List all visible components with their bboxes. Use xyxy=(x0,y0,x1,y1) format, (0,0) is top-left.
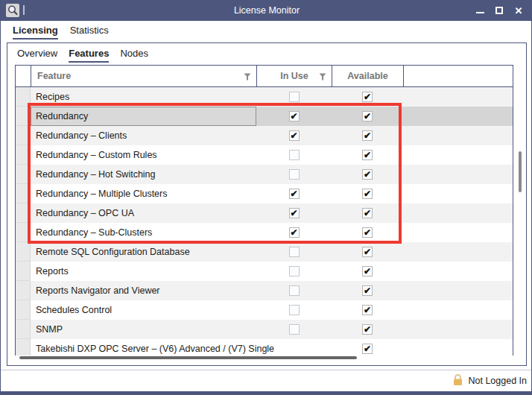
row-header-cell[interactable] xyxy=(16,203,31,223)
tab-nodes[interactable]: Nodes xyxy=(120,48,148,63)
available-checkbox[interactable]: ✔ xyxy=(362,247,373,257)
table-row[interactable]: Redundancy – Hot Switching✔ xyxy=(16,165,513,184)
table-row[interactable]: Recipes✔ xyxy=(16,87,513,107)
available-checkbox[interactable]: ✔ xyxy=(362,266,373,276)
tab-features[interactable]: Features xyxy=(69,48,109,63)
title-bar[interactable]: License Monitor ✕ xyxy=(1,0,532,21)
available-column-header[interactable]: Available xyxy=(332,66,404,86)
table-header: Feature In Use Available xyxy=(15,65,513,87)
available-checkbox[interactable]: ✔ xyxy=(362,150,373,160)
available-checkbox[interactable]: ✔ xyxy=(362,169,373,180)
table-row[interactable]: Takebishi DXP OPC Server – (V6) Advanced… xyxy=(16,339,513,356)
row-header-cell[interactable] xyxy=(16,300,31,320)
licensing-panel: Overview Features Nodes Feature In Use xyxy=(7,42,527,366)
row-header-cell[interactable] xyxy=(16,339,31,356)
feature-cell[interactable]: Redundancy – Custom Rules xyxy=(31,145,256,165)
in-use-checkbox[interactable] xyxy=(289,324,300,335)
available-checkbox[interactable]: ✔ xyxy=(362,344,373,354)
features-table: Feature In Use Available Recipes✔Redunda… xyxy=(15,65,514,360)
tab-licensing[interactable]: Licensing xyxy=(13,25,58,40)
table-row[interactable]: Redundancy – Custom Rules✔ xyxy=(16,145,513,165)
available-checkbox[interactable]: ✔ xyxy=(362,324,373,335)
row-header-cell[interactable] xyxy=(16,126,31,145)
in-use-checkbox[interactable]: ✔ xyxy=(289,111,300,121)
feature-column-label: Feature xyxy=(37,71,71,81)
row-filler xyxy=(403,281,513,300)
row-header-cell[interactable] xyxy=(16,320,31,339)
row-filler xyxy=(403,126,513,145)
available-checkbox[interactable]: ✔ xyxy=(362,111,373,121)
in-use-column-header[interactable]: In Use xyxy=(257,66,332,86)
row-header-cell[interactable] xyxy=(16,145,31,165)
vertical-scrollbar-thumb[interactable] xyxy=(519,151,522,192)
in-use-checkbox[interactable] xyxy=(289,305,300,315)
tab-overview[interactable]: Overview xyxy=(17,48,57,63)
row-header-cell[interactable] xyxy=(16,107,31,126)
table-row[interactable]: Redundancy – Clients✔✔ xyxy=(16,126,513,145)
in-use-checkbox[interactable] xyxy=(289,266,300,276)
in-use-checkbox[interactable] xyxy=(289,150,300,160)
feature-cell[interactable]: Redundancy – Clients xyxy=(31,126,256,145)
status-bar: Not Logged In xyxy=(1,370,532,391)
empty-column-header xyxy=(404,66,513,86)
in-use-checkbox[interactable]: ✔ xyxy=(289,130,300,141)
table-row[interactable]: Reports Navigator and Viewer✔ xyxy=(16,281,513,300)
close-icon: ✕ xyxy=(515,6,523,16)
table-row[interactable]: SNMP✔ xyxy=(16,320,513,339)
maximize-button[interactable] xyxy=(490,0,509,21)
row-header-cell[interactable] xyxy=(16,87,31,107)
close-button[interactable]: ✕ xyxy=(509,0,528,21)
filter-funnel-icon[interactable] xyxy=(244,72,251,83)
main-tab-bar: Licensing Statistics xyxy=(13,25,109,40)
tab-statistics[interactable]: Statistics xyxy=(70,25,109,40)
feature-cell[interactable]: Takebishi DXP OPC Server – (V6) Advanced… xyxy=(31,339,256,356)
feature-cell[interactable]: Recipes xyxy=(31,87,256,107)
table-row[interactable]: Schedules Control✔ xyxy=(16,300,513,320)
feature-cell[interactable]: Reports xyxy=(31,262,256,281)
minimize-button[interactable] xyxy=(470,0,490,21)
horizontal-scrollbar-thumb[interactable] xyxy=(19,356,357,359)
row-header-cell[interactable] xyxy=(16,262,31,281)
row-header-cell[interactable] xyxy=(16,242,31,262)
in-use-checkbox[interactable] xyxy=(289,169,300,180)
row-header-cell[interactable] xyxy=(16,184,31,203)
feature-cell[interactable]: Redundancy – Hot Switching xyxy=(31,165,256,184)
filter-funnel-icon[interactable] xyxy=(319,72,326,83)
feature-cell[interactable]: Redundancy – OPC UA xyxy=(31,203,256,223)
table-row[interactable]: Redundancy – OPC UA✔✔ xyxy=(16,203,513,223)
table-row[interactable]: Redundancy – Sub-Clusters✔✔ xyxy=(16,223,513,242)
feature-cell[interactable]: Redundancy – Sub-Clusters xyxy=(31,223,256,242)
available-checkbox[interactable]: ✔ xyxy=(362,227,373,238)
available-checkbox[interactable]: ✔ xyxy=(362,305,373,315)
feature-cell[interactable]: SNMP xyxy=(31,320,256,339)
available-checkbox[interactable]: ✔ xyxy=(362,92,373,102)
table-row[interactable]: Redundancy✔✔ xyxy=(16,107,513,126)
feature-column-header[interactable]: Feature xyxy=(31,66,257,86)
row-header-cell[interactable] xyxy=(16,223,31,242)
in-use-checkbox[interactable] xyxy=(289,247,300,257)
available-checkbox[interactable]: ✔ xyxy=(362,285,373,296)
available-checkbox[interactable]: ✔ xyxy=(362,208,373,218)
row-header-cell[interactable] xyxy=(16,281,31,300)
feature-cell[interactable]: Redundancy xyxy=(31,107,256,126)
in-use-checkbox[interactable]: ✔ xyxy=(289,208,300,218)
row-header-cell[interactable] xyxy=(16,165,31,184)
in-use-checkbox[interactable] xyxy=(289,92,300,102)
row-filler xyxy=(403,145,513,165)
feature-cell[interactable]: Schedules Control xyxy=(31,300,256,320)
row-filler xyxy=(403,223,513,242)
row-filler xyxy=(403,203,513,223)
feature-cell[interactable]: Reports Navigator and Viewer xyxy=(31,281,256,300)
available-checkbox[interactable]: ✔ xyxy=(362,189,373,199)
table-row[interactable]: Reports✔ xyxy=(16,262,513,281)
row-filler xyxy=(403,300,513,320)
in-use-checkbox[interactable]: ✔ xyxy=(289,227,300,238)
in-use-checkbox[interactable] xyxy=(289,285,300,296)
feature-cell[interactable]: Redundancy – Multiple Clusters xyxy=(31,184,256,203)
feature-cell[interactable]: Remote SQL Configuration Database xyxy=(31,242,256,262)
table-row[interactable]: Redundancy – Multiple Clusters✔✔ xyxy=(16,184,513,203)
table-row[interactable]: Remote SQL Configuration Database✔ xyxy=(16,242,513,262)
minimize-icon xyxy=(476,12,484,13)
available-checkbox[interactable]: ✔ xyxy=(362,130,373,141)
in-use-checkbox[interactable]: ✔ xyxy=(289,189,300,199)
